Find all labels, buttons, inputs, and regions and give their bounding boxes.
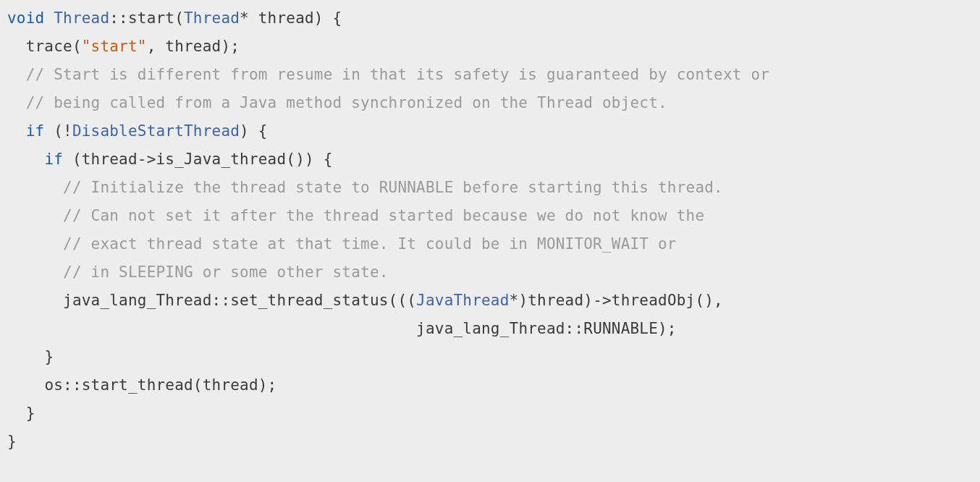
code-token	[44, 9, 54, 27]
code-line: if (!DisableStartThread) {	[7, 122, 268, 140]
code-token: ::start(	[109, 9, 184, 27]
code-token: ) {	[240, 122, 268, 140]
code-token: *)thread)->threadObj(),	[510, 292, 723, 309]
code-token: "start"	[82, 38, 147, 55]
code-line: // Can not set it after the thread start…	[7, 207, 704, 224]
code-line: if (thread->is_Java_thread()) {	[7, 151, 333, 168]
code-token: }	[7, 433, 17, 450]
code-token: // Initialize the thread state to RUNNAB…	[63, 179, 723, 196]
code-line: }	[7, 433, 17, 450]
code-line: // in SLEEPING or some other state.	[7, 263, 389, 281]
code-token: // exact thread state at that time. It c…	[63, 235, 677, 253]
code-token: trace(	[26, 38, 82, 55]
code-token: }	[26, 405, 35, 422]
code-token: // being called from a Java method synch…	[26, 94, 667, 111]
code-line: java_lang_Thread::set_thread_status(((Ja…	[7, 292, 723, 309]
code-line: // being called from a Java method synch…	[7, 94, 667, 111]
code-line: trace("start", thread);	[7, 38, 240, 55]
code-token: Thread	[184, 9, 240, 27]
code-token: JavaThread	[416, 292, 509, 309]
code-token: if	[44, 151, 63, 168]
code-token: DisableStartThread	[72, 122, 240, 140]
code-line: }	[7, 348, 54, 365]
code-token: if	[26, 122, 45, 140]
code-line: // exact thread state at that time. It c…	[7, 235, 677, 253]
code-token: * thread) {	[240, 9, 342, 27]
code-token: // in SLEEPING or some other state.	[63, 263, 389, 281]
code-token: (thread->is_Java_thread()) {	[63, 151, 332, 168]
code-token: java_lang_Thread::set_thread_status(((	[63, 292, 416, 309]
code-token: (!	[44, 122, 72, 140]
code-line: os::start_thread(thread);	[7, 376, 276, 394]
code-token: }	[44, 348, 54, 365]
code-block: void Thread::start(Thread* thread) { tra…	[0, 0, 980, 460]
code-line: // Start is different from resume in tha…	[7, 66, 769, 83]
code-token: java_lang_Thread::RUNNABLE);	[416, 320, 677, 337]
code-token: Thread	[54, 9, 109, 27]
code-line: // Initialize the thread state to RUNNAB…	[7, 179, 723, 196]
code-token: // Can not set it after the thread start…	[63, 207, 704, 224]
code-token: , thread);	[147, 38, 240, 55]
code-line: }	[7, 405, 35, 422]
code-token: void	[7, 9, 44, 27]
code-token: // Start is different from resume in tha…	[26, 66, 769, 83]
code-token: os::start_thread(thread);	[44, 376, 276, 394]
code-line: void Thread::start(Thread* thread) {	[7, 9, 342, 27]
code-line: java_lang_Thread::RUNNABLE);	[7, 320, 677, 337]
